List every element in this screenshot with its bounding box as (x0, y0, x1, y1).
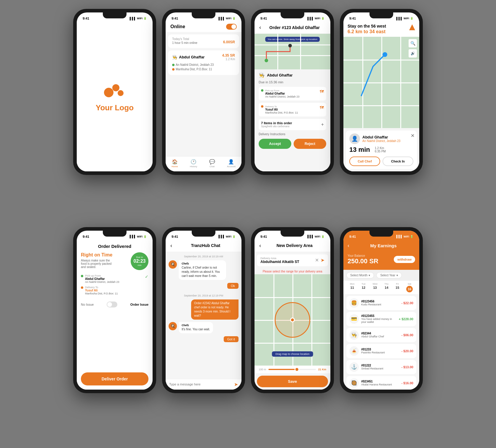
got-it-button[interactable]: Got it (224, 336, 239, 342)
map-area: You are aprox. 3min away from pick up lo… (255, 34, 330, 69)
chat-text-2: Order #2342 Abdul Ghaffar chef order is … (194, 301, 236, 318)
earning-icon: 🥘 (349, 378, 359, 388)
order-card[interactable]: 👨‍🍳 Abdul Ghaffar 4.35 SR 1.2 Km An Nakh… (168, 50, 239, 75)
delivery-name: Yusuf Ali (265, 108, 298, 111)
delivery-location: Manfouha Dist, P.O.Box: 11 (172, 68, 235, 71)
area-value: Abdulhamid Alkatib ST (260, 260, 313, 264)
earning-item[interactable]: 🍔 #0123456 Kudu Restaurant - $22.00 (346, 296, 416, 310)
signal-icon: ▌▌▌ (130, 17, 136, 20)
slider-fill (268, 369, 297, 370)
issue-toggle[interactable] (107, 302, 117, 307)
delivered-locations: Pick-up From Abdul Ghaffar An Nakhil Dis… (81, 274, 148, 297)
earning-item[interactable]: ⚓ #01222 Sinbad Restaurant - $13.00 (346, 360, 416, 374)
nav-chat[interactable]: 💬 Chat (209, 159, 215, 168)
day-number: 16 (406, 286, 413, 292)
chat-bubble-3: Chefz It's fine. You can wait. (179, 322, 213, 333)
day-number: 14 (385, 286, 388, 289)
chat-avatar-2: 🍳 (169, 322, 177, 330)
status-time: 9:41 (349, 235, 356, 238)
notch (281, 231, 304, 237)
earning-icon: 💳 (349, 314, 359, 324)
earnings-title: My Earnings (352, 243, 415, 248)
chat-input[interactable] (169, 382, 232, 386)
eta-minutes: 13 min (349, 146, 370, 154)
chat-header: ‹ TranzHub Chat (166, 240, 241, 252)
area-slider[interactable] (268, 369, 316, 370)
filter-month[interactable]: Select Month ▾ (346, 272, 374, 278)
area-header: ‹ New Delivery Area (255, 240, 330, 252)
map-icon[interactable]: 🗺 (320, 89, 324, 94)
calendar-day[interactable]: Thu14 (385, 283, 389, 292)
earning-item[interactable]: 👨‍🍳 #02344 Abdul Ghaffar Chef - $06.00 (346, 328, 416, 342)
earning-order-id: #01222 (361, 364, 399, 367)
back-button[interactable]: ‹ (170, 243, 172, 249)
earning-restaurant-name: Abdul Ghaffar Chef (361, 335, 399, 338)
calendar-day[interactable]: Sat16 (406, 283, 413, 292)
earning-item[interactable]: 🍝 #01233 Pastritto Restaurant - $20.00 (346, 344, 416, 358)
delivery-dot (81, 286, 83, 289)
slider-thumb[interactable] (295, 367, 299, 372)
calendar-day[interactable]: Wed13 (372, 283, 377, 292)
search-button[interactable]: 🔍 (409, 39, 417, 47)
earning-item[interactable]: 💳 #0123455 You have added money in your … (346, 312, 416, 326)
online-toggle[interactable] (226, 24, 237, 30)
splash-screen: 9:41 ▌▌▌ WiFi 🔋 Your Logo (77, 12, 153, 171)
driver-location: An Nakhil District, Jeddah 23 (362, 139, 400, 143)
accept-button[interactable]: Accept (259, 139, 291, 149)
phone-navigation: 9:41 ▌▌▌ WiFi 🔋 Stay on the 56 west 6.2 … (340, 9, 423, 175)
back-button[interactable]: ‹ (259, 24, 261, 31)
action-buttons: Accept Reject (259, 139, 326, 149)
delivery-address: Manfouha Dist, P.O.Box: 11 (265, 111, 298, 114)
status-icons: ▌▌▌ WiFi 🔋 (396, 17, 413, 20)
calendar-day[interactable]: Fri15 (396, 283, 399, 292)
clear-icon[interactable]: ✕ (315, 257, 319, 263)
close-button[interactable]: ✕ (411, 133, 415, 138)
balance-row: Your Balance 250.00 SR withdraw (343, 252, 419, 270)
earning-item[interactable]: 🥘 #023451 Akalat Harana Restaurant - $16… (346, 376, 416, 390)
delivery-name: Yusuf Ali (85, 289, 118, 292)
send-area-icon[interactable]: ➤ (321, 257, 324, 263)
nav-account[interactable]: 👤 Account (227, 159, 236, 168)
today-amount: 6.00SR (223, 37, 235, 45)
nav-chat-label: Chat (209, 165, 215, 168)
earning-restaurant-name: Sinbad Restaurant (361, 367, 399, 370)
delivery-label: Delivery To (265, 105, 298, 108)
battery-icon: 🔋 (143, 235, 147, 238)
withdraw-button[interactable]: withdraw (394, 256, 415, 263)
phone-online: 9:41 ▌▌▌ WiFi 🔋 Online Today's Total 1 h… (162, 9, 245, 175)
save-button[interactable]: Save (257, 376, 328, 387)
status-time: 9:41 (260, 235, 267, 238)
send-icon[interactable]: ➤ (234, 382, 238, 387)
chevron-down-icon-2: ▾ (396, 274, 398, 277)
battery-icon: 🔋 (143, 17, 147, 20)
delivery-instructions: Delivery Instructions (259, 133, 326, 136)
online-header: Online (166, 21, 241, 32)
filter-year[interactable]: Select Year ▾ (376, 272, 402, 278)
plus-icon[interactable]: + (321, 122, 324, 127)
map-icon2[interactable]: 🗺 (320, 105, 324, 110)
check-in-button[interactable]: Check In (383, 157, 413, 166)
chat-icon: 💬 (209, 159, 215, 165)
status-icons: ▌▌▌ WiFi 🔋 (130, 17, 147, 20)
calendar-day[interactable]: Tue12 (361, 283, 366, 292)
nav-history[interactable]: 🕐 History (190, 159, 197, 168)
reject-button[interactable]: Reject (294, 139, 326, 149)
nav-home[interactable]: 🏠 Home (172, 159, 178, 168)
pickup-address: An Nakhil District, Jeddah 23 (85, 280, 119, 283)
earning-icon: 🍝 (349, 346, 359, 356)
deliver-order-button[interactable]: Deliver Order (81, 372, 148, 385)
toggle-row: No Issue Order Issue (81, 302, 148, 307)
splash-logo-text: Your Logo (96, 103, 134, 112)
driver-info-card: ✕ 👤 Abdul Ghaffar An Nakhil District, Je… (346, 130, 417, 169)
call-chef-button[interactable]: Call Chef (349, 157, 380, 166)
delivered-content: Order Delivered Right on Time Always mak… (77, 240, 153, 390)
back-button[interactable]: ‹ (259, 243, 261, 249)
back-button[interactable]: ‹ (348, 243, 349, 249)
ok-btn-row: Ok (169, 283, 239, 292)
calendar-day[interactable]: Mon11 (350, 283, 355, 292)
sound-button[interactable]: 🔊 (409, 49, 417, 58)
ok-button[interactable]: Ok (227, 283, 239, 289)
delivered-title: Order Delivered (81, 244, 148, 249)
today-subtitle: 1 hour 5 min online (172, 41, 197, 44)
pickup-label: Pick-up From (265, 89, 300, 92)
